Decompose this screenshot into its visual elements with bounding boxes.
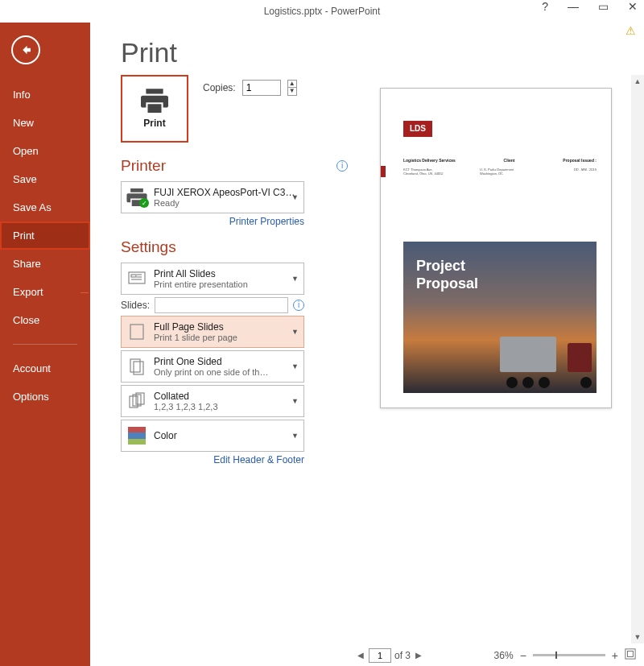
preview-footer: ◀ of 3 ▶ 36% − + [348, 643, 644, 666]
warning-icon: ⚠ [625, 24, 636, 37]
preview-col3-sub: DD . MM . 2019 [556, 168, 597, 176]
export-indicator [80, 292, 89, 293]
svg-rect-7 [134, 362, 143, 374]
svg-rect-0 [129, 272, 145, 283]
scroll-up-icon[interactable]: ▲ [631, 75, 644, 88]
sidebar-item-share[interactable]: Share [0, 250, 90, 278]
zoom-out-button[interactable]: − [518, 649, 528, 662]
truck-graphic [500, 332, 597, 388]
combo-line1: Print One Sided [154, 356, 299, 367]
sidebar-item-print[interactable]: Print [0, 221, 90, 250]
slides-scope-icon [126, 268, 147, 289]
info-icon[interactable]: i [293, 300, 304, 311]
color-swatch-icon [128, 427, 146, 445]
info-icon[interactable]: i [336, 160, 348, 172]
printer-name: FUJI XEROX ApeosPort-VI C3… [154, 187, 299, 198]
one-sided-icon [126, 356, 147, 377]
sidebar-item-export[interactable]: Export [0, 278, 90, 306]
sidebar-item-label: Open [13, 145, 39, 157]
sidebar-item-save-as[interactable]: Save As [0, 193, 90, 221]
print-button[interactable]: Print [121, 75, 188, 143]
sidebar-item-close[interactable]: Close [0, 306, 90, 334]
sidebar-item-options[interactable]: Options [0, 383, 90, 411]
chevron-down-icon: ▼ [291, 397, 299, 405]
print-settings-panel: Print Copies: ▲▼ Printeri FUJI XEROX Ape… [90, 75, 348, 666]
sidebar-item-info[interactable]: Info [0, 81, 90, 109]
svg-rect-1 [131, 275, 136, 277]
edit-header-footer-link[interactable]: Edit Header & Footer [121, 454, 304, 465]
sidebar-item-label: Print [13, 230, 35, 242]
sidebar-item-label: Save [13, 173, 37, 185]
zoom-level-label: 36% [494, 650, 514, 661]
print-button-label: Print [143, 118, 165, 129]
minimize-icon[interactable]: — [568, 0, 579, 13]
combo-line1: Color [154, 430, 299, 441]
help-icon[interactable]: ? [542, 0, 548, 13]
printer-device-icon [126, 188, 147, 206]
fit-to-window-button[interactable] [625, 648, 636, 662]
preview-col2-heading: Client [504, 158, 515, 163]
chevron-down-icon: ▼ [291, 432, 299, 440]
sidebar-item-label: Share [13, 258, 41, 270]
accent-tab [381, 166, 386, 177]
page-number-input[interactable] [369, 648, 391, 663]
sidebar-item-save[interactable]: Save [0, 165, 90, 193]
prev-page-icon[interactable]: ◀ [356, 651, 365, 660]
scroll-down-icon[interactable]: ▼ [631, 631, 644, 643]
back-button[interactable] [11, 35, 40, 64]
brand-logo: LDS [403, 121, 432, 137]
print-scope-selector[interactable]: Print All SlidesPrint entire presentatio… [121, 263, 304, 295]
combo-line1: Full Page Slides [154, 321, 299, 333]
sides-selector[interactable]: Print One SidedOnly print on one side of… [121, 350, 304, 383]
combo-line2: Print entire presentation [154, 279, 299, 289]
next-page-icon[interactable]: ▶ [414, 651, 423, 660]
sidebar-item-label: Info [13, 89, 31, 101]
printer-ready-badge-icon [139, 198, 149, 208]
backstage-sidebar: Info New Open Save Save As Print Share E… [0, 23, 90, 666]
sidebar-item-label: Account [13, 362, 51, 374]
combo-line1: Collated [154, 391, 299, 402]
window-title: Logistics.pptx - PowerPoint [264, 6, 381, 17]
copies-input[interactable] [242, 80, 281, 96]
sidebar-item-new[interactable]: New [0, 109, 90, 137]
combo-line2: Only print on one side of th… [154, 367, 299, 377]
svg-rect-5 [130, 325, 143, 339]
preview-col1-sub: KCT Thompson Ave, Cleveland, Ohio, US, 4… [403, 168, 460, 176]
close-window-icon[interactable]: ✕ [628, 0, 638, 13]
scroll-track[interactable] [631, 88, 644, 631]
spinner-down-icon[interactable]: ▼ [288, 88, 296, 95]
zoom-slider-track[interactable] [533, 654, 605, 656]
sidebar-item-label: New [13, 117, 34, 129]
zoom-in-button[interactable]: + [610, 649, 620, 662]
copies-spinner[interactable]: ▲▼ [287, 80, 297, 96]
page-title: Print [90, 23, 644, 75]
printer-icon [141, 89, 168, 113]
sidebar-item-label: Options [13, 391, 49, 403]
print-preview-panel: LDS Logistics Delivery Services Client P… [348, 75, 644, 666]
zoom-slider-thumb[interactable] [555, 652, 557, 659]
printer-status: Ready [154, 198, 299, 208]
layout-selector[interactable]: Full Page SlidesPrint 1 slide per page ▼ [121, 316, 304, 348]
title-bar: Logistics.pptx - PowerPoint ? — ▭ ✕ [0, 0, 644, 23]
svg-rect-12 [628, 652, 634, 657]
restore-icon[interactable]: ▭ [598, 0, 609, 13]
printer-selector[interactable]: FUJI XEROX ApeosPort-VI C3…Ready ▼ [121, 181, 304, 213]
sidebar-item-open[interactable]: Open [0, 137, 90, 165]
preview-col3-heading: Proposal Issued : [563, 158, 597, 163]
collate-selector[interactable]: Collated1,2,3 1,2,3 1,2,3 ▼ [121, 385, 304, 417]
slides-range-input[interactable] [155, 297, 288, 313]
combo-line2: Print 1 slide per page [154, 333, 299, 342]
preview-col2-sub: U. S. Parks Department Washington, DC [480, 168, 536, 176]
copies-label: Copies: [203, 82, 236, 93]
preview-col1-heading: Logistics Delivery Services [403, 158, 456, 163]
chevron-down-icon: ▼ [291, 362, 299, 370]
slides-label: Slides: [121, 300, 150, 311]
sidebar-item-account[interactable]: Account [0, 354, 90, 383]
sidebar-item-label: Close [13, 314, 39, 326]
printer-properties-link[interactable]: Printer Properties [121, 216, 304, 227]
color-selector[interactable]: Color ▼ [121, 420, 304, 452]
sidebar-item-label: Save As [13, 201, 52, 213]
combo-line1: Print All Slides [154, 268, 299, 279]
combo-line2: 1,2,3 1,2,3 1,2,3 [154, 402, 299, 412]
preview-vertical-scrollbar[interactable]: ▲ ▼ [631, 75, 644, 643]
